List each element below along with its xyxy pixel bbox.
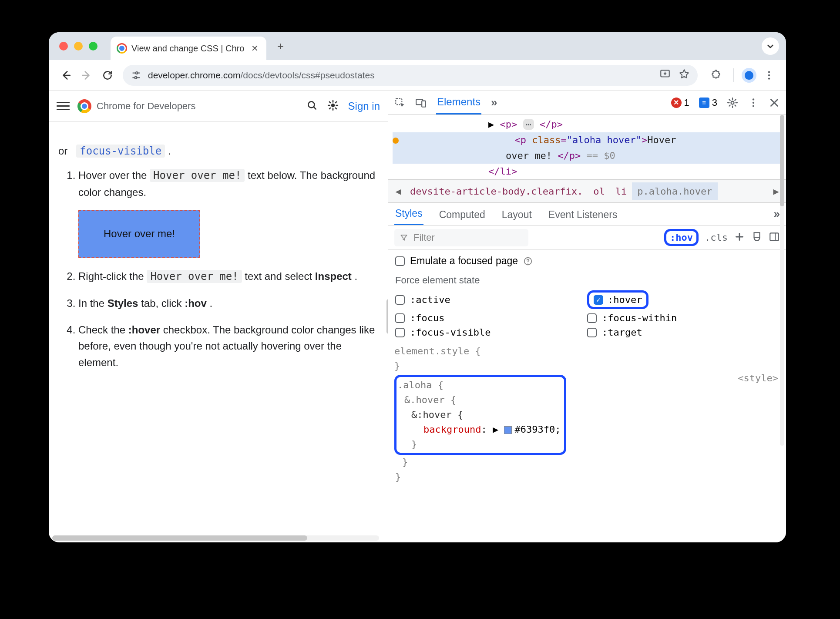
cls-toggle[interactable]: .cls [705,232,728,243]
star-icon [679,68,690,80]
dom-row-selected-2[interactable]: over me! </p> == $0 [393,148,782,164]
active-checkbox[interactable] [395,295,405,305]
gear-icon [727,97,738,108]
toggle-sidebar-button[interactable] [769,231,780,244]
browser-tab[interactable]: View and change CSS | Chro ✕ [111,37,266,60]
tab-computed[interactable]: Computed [438,205,486,225]
forward-button[interactable] [77,66,96,84]
force-hover[interactable]: ✓ :hover [587,290,779,309]
search-icon [306,100,318,111]
puzzle-icon [711,70,722,81]
tab-elements[interactable]: Elements [436,91,481,114]
settings-button[interactable] [727,97,738,108]
styles-filter-input[interactable]: Filter [394,229,528,246]
dom-tag: </p> [558,150,581,161]
breadcrumb-item[interactable]: ol [588,182,610,200]
cut-line: :focus-within , :target , :hover , :visi… [58,126,378,143]
background-declaration[interactable]: background: ▶ #6393f0; [397,422,561,437]
search-button[interactable] [306,100,318,113]
computed-sidebar-button[interactable] [751,231,763,244]
dom-row-selected[interactable]: <p class="aloha hover">Hover [393,132,782,148]
bookmark-button[interactable] [679,68,690,82]
dom-breadcrumb: ◀ devsite-article-body.clearfix. ol li p… [388,179,786,203]
profile-button[interactable] [742,68,756,83]
more-tabs-button[interactable]: » [491,96,497,109]
extensions-button[interactable] [707,66,726,84]
step-3: In the Styles tab, click :hov . [78,295,378,311]
new-tab-button[interactable]: + [270,40,291,53]
style-source[interactable]: <style> [738,371,778,386]
addressbar: developer.chrome.com/docs/devtools/css#p… [49,60,786,91]
force-active[interactable]: :active [395,290,587,309]
color-swatch-icon[interactable] [504,426,512,434]
focus-checkbox[interactable] [395,313,405,323]
more-subtabs-button[interactable]: » [774,207,780,225]
breadcrumb-item[interactable]: li [610,182,632,200]
brand[interactable]: Chrome for Developers [77,99,195,113]
help-icon[interactable] [523,256,533,266]
errors-indicator[interactable]: ✕ 1 [671,97,689,108]
ellipsis-icon[interactable]: ⋯ [523,119,534,130]
tab-layout[interactable]: Layout [501,205,533,225]
emulate-focused-checkbox[interactable] [395,256,405,266]
menu-button[interactable] [57,102,70,110]
scrollbar-thumb[interactable] [780,115,784,206]
hover-selector[interactable]: &.hover { [397,393,561,407]
theme-button[interactable] [327,100,339,113]
device-toolbar-button[interactable] [415,97,427,108]
close-window-icon[interactable] [59,42,68,50]
close-devtools-button[interactable] [769,97,780,108]
styles-rules[interactable]: element.style { } <style> .aloha { &.hov… [388,341,786,484]
page-column: Chrome for Developers Sign in :focus-wit… [49,91,388,542]
messages-indicator[interactable]: ≡ 3 [699,97,717,108]
tab-event-listeners[interactable]: Event Listeners [548,205,618,225]
new-style-rule-button[interactable] [734,231,745,244]
fullscreen-window-icon[interactable] [89,42,97,50]
back-button[interactable] [57,66,75,84]
window-dropdown-button[interactable] [762,37,779,55]
horizontal-scrollbar[interactable] [52,535,379,541]
aloha-selector[interactable]: .aloha { [397,378,561,393]
site-info-button[interactable] [131,70,142,81]
pseudo-hover-selector[interactable]: &:hover { [397,407,561,422]
focus-visible-checkbox[interactable] [395,328,405,337]
close-tab-icon[interactable]: ✕ [251,43,259,54]
install-icon [659,68,671,80]
devices-icon [415,97,427,108]
element-style-block[interactable]: element.style { } [394,344,780,373]
signin-link[interactable]: Sign in [348,100,380,112]
step2-a: Right-click the [78,270,147,282]
selected-dot-icon [393,138,399,144]
dom-row[interactable]: ▶ <p> ⋯ </p> [393,117,782,132]
force-focus-within[interactable]: :focus-within [587,313,779,323]
dom-tree[interactable]: ▶ <p> ⋯ </p> <p class="aloha hover">Hove… [388,115,786,179]
force-target[interactable]: :target [587,327,779,338]
inspect-element-button[interactable] [394,97,406,108]
force-focus-visible[interactable]: :focus-visible [395,327,587,338]
chrome-menu-button[interactable] [760,66,778,84]
hover-checkbox[interactable]: ✓ [594,295,603,305]
hov-toggle[interactable]: :hov [664,229,699,246]
install-app-button[interactable] [659,68,671,82]
breadcrumb-item[interactable]: devsite-article-body.clearfix. [405,182,588,200]
reload-button[interactable] [98,66,117,84]
page-header: Chrome for Developers Sign in [49,91,388,122]
brace-close: } [394,455,780,470]
force-focus[interactable]: :focus [395,313,587,323]
minimize-window-icon[interactable] [74,42,83,50]
breadcrumb-item-selected[interactable]: p.aloha.hover [632,182,717,200]
breadcrumb-scroll-left[interactable]: ◀ [392,186,405,197]
steps-list: Hover over the Hover over me! text below… [58,167,378,370]
devtools-panel: Elements » ✕ 1 ≡ 3 [388,91,786,542]
target-checkbox[interactable] [587,328,597,337]
svg-point-12 [753,98,754,100]
devtools-vertical-scrollbar[interactable] [780,115,784,446]
omnibox[interactable]: developer.chrome.com/docs/devtools/css#p… [123,65,698,86]
focus-within-checkbox[interactable] [587,313,597,323]
hover-demo[interactable]: Hover over me! [78,210,200,258]
devtools-menu-button[interactable] [748,97,759,108]
tab-styles[interactable]: Styles [394,203,423,225]
kebab-icon [748,97,759,108]
dom-row[interactable]: </li> [393,164,782,179]
scrollbar-thumb[interactable] [52,535,307,541]
